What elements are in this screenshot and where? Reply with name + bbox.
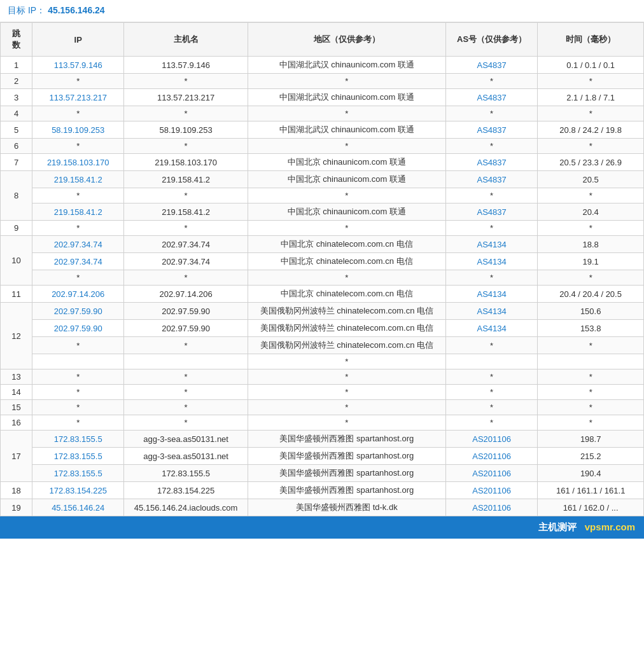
ip-link[interactable]: 219.158.41.2: [54, 175, 102, 184]
ip-link[interactable]: 172.83.155.5: [54, 469, 102, 478]
time-cell: *: [538, 270, 644, 286]
ip-link[interactable]: 219.158.41.2: [54, 207, 102, 217]
ip-link[interactable]: 58.19.109.253: [52, 125, 104, 135]
hostname-cell: 113.57.213.217: [124, 89, 248, 106]
hostname-cell: 202.97.59.90: [124, 320, 248, 337]
time-cell: 20.8 / 24.2 / 19.8: [538, 121, 644, 139]
ip-link[interactable]: 202.97.34.74: [54, 240, 102, 249]
time-cell: *: [538, 106, 644, 121]
table-row: 12202.97.59.90202.97.59.90美国俄勒冈州波特兰 chin…: [1, 303, 644, 320]
region-cell: 美国华盛顿州西雅图 spartanhost.org: [248, 448, 445, 465]
hostname-cell: *: [124, 369, 248, 385]
region-cell: 美国华盛顿州西雅图 spartanhost.org: [248, 465, 445, 482]
col-region: 地区（仅供参考）: [248, 23, 445, 57]
table-row: 9*****: [1, 221, 644, 236]
region-cell: 中国北京 chinatelecom.com.cn 电信: [248, 286, 445, 303]
ip-link[interactable]: 202.97.14.206: [52, 289, 104, 299]
time-cell: *: [538, 139, 644, 154]
region-cell: *: [248, 221, 445, 236]
table-row: 172.83.155.5agg-3-sea.as50131.net美国华盛顿州西…: [1, 448, 644, 465]
hostname-cell: *: [124, 337, 248, 354]
hop-number: 2: [1, 74, 32, 89]
as-link[interactable]: AS4837: [477, 207, 506, 217]
ip-link[interactable]: 172.83.154.225: [50, 486, 107, 495]
ip-link[interactable]: 172.83.155.5: [54, 452, 102, 461]
time-cell: 198.7: [538, 431, 644, 448]
hostname-cell: *: [124, 106, 248, 121]
as-link[interactable]: AS4134: [477, 289, 506, 299]
region-cell: *: [248, 188, 445, 203]
time-cell: *: [538, 221, 644, 236]
target-ip-label: 目标 IP：: [8, 5, 45, 15]
table-row: 7219.158.103.170219.158.103.170中国北京 chin…: [1, 154, 644, 171]
ip-link[interactable]: 202.97.59.90: [54, 307, 102, 316]
table-row: *****: [1, 188, 644, 203]
col-hostname: 主机名: [124, 23, 248, 57]
as-link[interactable]: AS4134: [477, 240, 506, 249]
table-row: 13*****: [1, 369, 644, 385]
footer-brand: 主机测评: [538, 521, 577, 532]
region-cell: 美国华盛顿州西雅图 td-k.dk: [248, 499, 445, 516]
time-cell: [538, 354, 644, 369]
ip-link[interactable]: 113.57.9.146: [54, 60, 102, 70]
as-link[interactable]: AS4134: [477, 324, 506, 333]
as-link[interactable]: AS4837: [477, 125, 506, 135]
table-row: 1945.156.146.2445.156.146.24.iaclouds.co…: [1, 499, 644, 516]
hostname-cell: 58.19.109.253: [124, 121, 248, 139]
region-cell: 中国北京 chinaunicom.com 联通: [248, 154, 445, 171]
hop-number: 18: [1, 482, 32, 499]
ip-link[interactable]: 172.83.155.5: [54, 434, 102, 444]
table-row: 219.158.41.2219.158.41.2中国北京 chinaunicom…: [1, 203, 644, 221]
time-cell: 18.8: [538, 236, 644, 253]
region-cell: *: [248, 74, 445, 89]
time-cell: 190.4: [538, 465, 644, 482]
time-cell: 161 / 161.1 / 161.1: [538, 482, 644, 499]
ip-link[interactable]: 219.158.103.170: [47, 158, 109, 167]
time-cell: *: [538, 400, 644, 415]
table-row: *: [1, 354, 644, 369]
as-link[interactable]: AS4837: [477, 175, 506, 184]
as-link[interactable]: AS201106: [472, 469, 511, 478]
time-cell: 20.4 / 20.4 / 20.5: [538, 286, 644, 303]
region-cell: 美国华盛顿州西雅图 spartanhost.org: [248, 482, 445, 499]
as-link[interactable]: AS4837: [477, 93, 506, 102]
col-hop: 跳数: [1, 23, 32, 57]
region-cell: 中国北京 chinaunicom.com 联通: [248, 171, 445, 188]
hop-number: 3: [1, 89, 32, 106]
table-row: 8219.158.41.2219.158.41.2中国北京 chinaunico…: [1, 171, 644, 188]
as-link[interactable]: AS4837: [477, 158, 506, 167]
table-row: 2*****: [1, 74, 644, 89]
hop-number: 8: [1, 171, 32, 221]
region-cell: 美国俄勒冈州波特兰 chinatelecom.com.cn 电信: [248, 303, 445, 320]
footer-site: vpsmr.com: [585, 521, 635, 532]
as-link[interactable]: AS4134: [477, 307, 506, 316]
ip-link[interactable]: 45.156.146.24: [52, 503, 104, 513]
ip-link[interactable]: 202.97.34.74: [54, 257, 102, 266]
region-cell: 中国湖北武汉 chinaunicom.com 联通: [248, 121, 445, 139]
hostname-cell: *: [124, 139, 248, 154]
time-cell: 0.1 / 0.1 / 0.1: [538, 57, 644, 74]
time-cell: 150.6: [538, 303, 644, 320]
ip-link[interactable]: 113.57.213.217: [50, 93, 107, 102]
hostname-cell: *: [124, 385, 248, 400]
table-row: 202.97.34.74202.97.34.74中国北京 chinateleco…: [1, 253, 644, 270]
hostname-cell: 202.97.59.90: [124, 303, 248, 320]
hop-number: 10: [1, 236, 32, 286]
region-cell: *: [248, 415, 445, 431]
as-link[interactable]: AS201106: [472, 486, 511, 495]
hostname-cell: 172.83.154.225: [124, 482, 248, 499]
as-link[interactable]: AS201106: [472, 503, 511, 513]
col-ip: IP: [32, 23, 123, 57]
as-link[interactable]: AS4134: [477, 257, 506, 266]
as-link[interactable]: AS201106: [472, 452, 511, 461]
table-row: 3113.57.213.217113.57.213.217中国湖北武汉 chin…: [1, 89, 644, 106]
hop-number: 13: [1, 369, 32, 385]
table-row: 14*****: [1, 385, 644, 400]
table-row: 16*****: [1, 415, 644, 431]
as-link[interactable]: AS201106: [472, 434, 511, 444]
region-cell: 美国华盛顿州西雅图 spartanhost.org: [248, 431, 445, 448]
hop-number: 15: [1, 400, 32, 415]
as-link[interactable]: AS4837: [477, 60, 506, 70]
hostname-cell: 202.97.34.74: [124, 236, 248, 253]
ip-link[interactable]: 202.97.59.90: [54, 324, 102, 333]
